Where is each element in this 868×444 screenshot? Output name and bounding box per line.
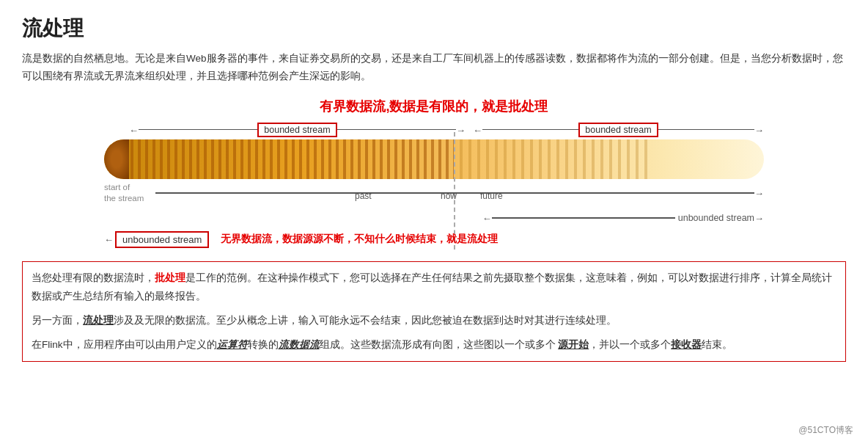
- para1-prefix: 当您处理有限的数据流时，: [32, 272, 155, 283]
- para3-prefix: 在Flink中，应用程序由可以由用户定义的: [32, 339, 217, 350]
- arrow-line-2b: [658, 129, 754, 131]
- para3-mid: 转换的: [248, 339, 279, 350]
- tube-stripes-right: [454, 139, 652, 179]
- paragraph-1: 当您处理有限的数据流时，批处理是工作的范例。在这种操作模式下，您可以选择在产生任…: [32, 269, 836, 306]
- arrow-line-1b: [337, 129, 456, 131]
- timeline-arrowhead: →: [754, 188, 764, 199]
- timeline-past-label: past: [355, 191, 372, 201]
- timeline-start: start ofthe stream: [104, 182, 144, 204]
- stream-tube-wrapper: [104, 139, 764, 179]
- arrow-line-2: [482, 129, 578, 131]
- para3-suffix3: 结束。: [702, 339, 732, 350]
- stream-tube: [104, 139, 764, 179]
- intro-paragraph: 流是数据的自然栖息地。无论是来自Web服务器的事件，来自证券交易所的交易，还是来…: [22, 50, 846, 86]
- arrow-left-1: [129, 124, 139, 136]
- timeline-future-label: future: [480, 191, 503, 201]
- bounded-box-1: bounded stream: [257, 123, 336, 137]
- para2-bold: 流处理: [83, 315, 114, 326]
- timeline-row: start ofthe stream → past now future: [104, 182, 764, 213]
- unbounded-right-arr-l: ←: [482, 213, 492, 224]
- para2-suffix: 涉及及无限的数据流。至少从概念上讲，输入可能永远不会结束，因此您被迫在数据到达时…: [114, 315, 617, 326]
- paragraph-2: 另一方面，流处理涉及及无限的数据流。至少从概念上讲，输入可能永远不会结束，因此您…: [32, 312, 836, 330]
- para3-suffix1: 组成。这些数据流形成有向图，这些图以一个或多个: [320, 339, 559, 350]
- para3-bold2: 流数据流: [279, 339, 320, 350]
- arrow-right-1: [456, 124, 466, 136]
- bounded-box-2: bounded stream: [578, 123, 658, 137]
- para3-suffix2: ，并以一个或多个: [589, 339, 671, 350]
- unbounded-row: ← unbounded stream 无界数据流，数据源源不断，不知什么时候结束…: [104, 231, 764, 248]
- source-note: @51CTO博客: [798, 424, 853, 437]
- stream-diagram: bounded stream bounded stream: [104, 123, 764, 248]
- para3-bold3: 源开始: [558, 339, 589, 350]
- paragraph-3: 在Flink中，应用程序由可以由用户定义的运算符转换的流数据流组成。这些数据流形…: [32, 336, 836, 354]
- para1-bold: 批处理: [155, 272, 185, 283]
- tube-gradient: [104, 139, 764, 179]
- arrow-line-1: [139, 129, 257, 131]
- unbounded-right-arr-r: →: [754, 213, 764, 224]
- arrow-left-2: [473, 124, 482, 136]
- para2-prefix: 另一方面，: [32, 315, 83, 326]
- bounded-headline: 有界数据流,数据是有限的，就是批处理: [22, 98, 846, 115]
- unbounded-box: unbounded stream: [115, 231, 209, 248]
- unbounded-headline: 无界数据流，数据源源不断，不知什么时候结束，就是流处理: [221, 233, 498, 246]
- tube-stripes-left: [104, 139, 454, 179]
- para3-bold4: 接收器: [671, 339, 702, 350]
- page-title: 流处理: [22, 15, 846, 43]
- bounded-segment-2: bounded stream: [466, 123, 764, 137]
- unbounded-stream-right-label: unbounded stream: [678, 213, 754, 223]
- timeline-now-label: now: [441, 191, 457, 201]
- unbounded-right-line: [492, 217, 675, 219]
- timeline-arrow: →: [155, 188, 764, 199]
- bounded-labels-row: bounded stream bounded stream: [104, 123, 764, 137]
- arrow-right-2: [754, 124, 764, 136]
- para3-bold1: 运算符: [217, 339, 248, 350]
- unbounded-right-row: ← unbounded stream →: [104, 213, 764, 224]
- bounded-segment-1: bounded stream: [129, 123, 466, 137]
- bottom-section: 当您处理有限的数据流时，批处理是工作的范例。在这种操作模式下，您可以选择在产生任…: [22, 261, 846, 363]
- unbounded-arr-l: ←: [104, 234, 114, 245]
